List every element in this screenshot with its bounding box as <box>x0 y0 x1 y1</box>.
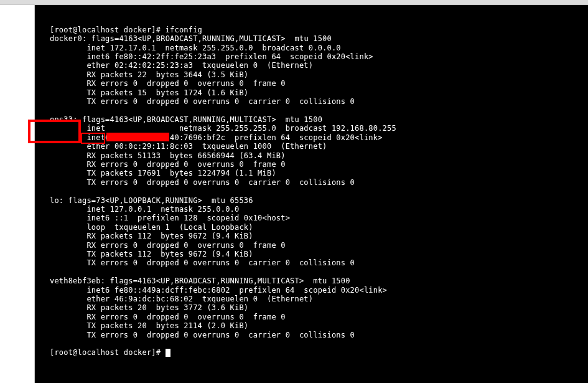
window-titlebar <box>0 0 588 5</box>
lo-line: TX errors 0 dropped 0 overruns 0 carrier… <box>86 258 355 267</box>
iface-ens33-header: flags=4163<UP,BROADCAST,RUNNING,MULTICAS… <box>82 115 322 124</box>
iface-veth-header: flags=4163<UP,BROADCAST,RUNNING,MULTICAS… <box>110 277 350 285</box>
docker0-line: RX errors 0 dropped 0 overruns 0 frame 0 <box>86 79 285 88</box>
iface-veth-name: veth8ebf3eb <box>50 277 101 285</box>
ens33-inet-label: inet <box>86 124 105 133</box>
side-gutter <box>0 5 35 383</box>
ens33-line: TX errors 0 dropped 0 overruns 0 carrier… <box>86 178 355 187</box>
window-frame: [root@localhost docker]# ifconfig docker… <box>0 0 588 383</box>
veth-line: ether 46:9a:dc:bc:68:02 txqueuelen 0 (Et… <box>86 295 313 303</box>
docker0-line: inet6 fe80::42:2ff:fe25:23a3 prefixlen 6… <box>86 52 373 61</box>
lo-line: RX packets 112 bytes 9672 (9.4 KiB) <box>86 232 253 240</box>
iface-docker0-header: flags=4163<UP,BROADCAST,RUNNING,MULTICAS… <box>91 34 332 43</box>
docker0-line: RX packets 22 bytes 3644 (3.5 KiB) <box>86 70 248 79</box>
veth-line: TX errors 0 dropped 0 overruns 0 carrier… <box>86 331 355 339</box>
command-text: ifconfig <box>166 26 202 34</box>
ens33-inet-rest: netmask 255.255.255.0 broadcast 192.168.… <box>174 124 396 133</box>
cursor-block <box>166 349 170 357</box>
shell-prompt: [root@localhost docker]# <box>50 348 166 357</box>
lo-line: loop txqueuelen 1 (Local Loopback) <box>86 223 253 232</box>
docker0-line: TX packets 15 bytes 1724 (1.6 KiB) <box>86 88 248 97</box>
veth-line: TX packets 20 bytes 2114 (2.0 KiB) <box>86 321 248 330</box>
lo-line: RX errors 0 dropped 0 overruns 0 frame 0 <box>86 241 285 250</box>
lo-line: inet6 ::1 prefixlen 128 scopeid 0x10<hos… <box>86 214 290 222</box>
docker0-line: ether 02:42:02:25:23:a3 txqueuelen 0 (Et… <box>86 61 313 70</box>
lo-line: inet 127.0.0.1 netmask 255.0.0.0 <box>86 205 239 214</box>
ens33-line: TX packets 17691 bytes 1224794 (1.1 MiB) <box>86 169 276 177</box>
ens33-line: RX packets 51133 bytes 66566944 (63.4 Mi… <box>86 151 285 160</box>
iface-lo-name: lo <box>50 196 59 205</box>
lo-line: TX packets 112 bytes 9672 (9.4 KiB) <box>86 250 253 258</box>
veth-line: inet6 fe80::449a:dcff:febc:6802 prefixle… <box>86 286 387 295</box>
docker0-line: TX errors 0 dropped 0 overruns 0 carrier… <box>86 97 355 106</box>
terminal-output: [root@localhost docker]# ifconfig docker… <box>35 23 588 357</box>
iface-ens33-name: ens33 <box>50 115 73 124</box>
veth-line: RX packets 20 bytes 3772 (3.6 KiB) <box>86 303 248 312</box>
iface-lo-header: flags=73<UP,LOOPBACK,RUNNING> mtu 65536 <box>68 196 253 205</box>
terminal-viewport[interactable]: [root@localhost docker]# ifconfig docker… <box>35 5 588 383</box>
ens33-line: RX errors 0 dropped 0 overruns 0 frame 0 <box>86 160 285 169</box>
shell-prompt: [root@localhost docker]# <box>50 26 166 34</box>
docker0-line: inet 172.17.0.1 netmask 255.255.0.0 broa… <box>86 44 340 52</box>
ens33-line: ether 00:0c:29:11:8c:03 txqueuelen 1000 … <box>86 142 327 151</box>
ens33-line: inet6 fe80::5cf:9740:7696:bf2c prefixlen… <box>86 133 382 142</box>
iface-docker0-name: docker0 <box>50 34 82 43</box>
veth-line: RX errors 0 dropped 0 overruns 0 frame 0 <box>86 313 285 321</box>
